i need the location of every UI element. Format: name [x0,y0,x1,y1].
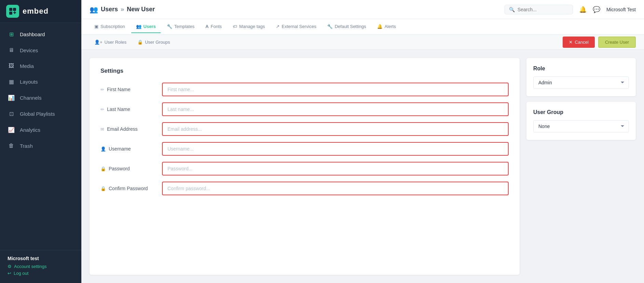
sub-nav: ▣ Subscription 👥 Users 🔧 Templates A Fon… [81,19,644,35]
svg-rect-2 [9,12,12,15]
confirm-password-row: 🔒 Confirm Password [100,182,509,195]
breadcrumb-separator: » [121,6,124,13]
header-right: 🔍 🔔 💬 Microsoft Test [505,5,636,14]
breadcrumb: 👥 Users » New User [90,5,155,14]
account-settings-link[interactable]: ⚙ Account settings [8,264,74,269]
alerts-icon: 🔔 [377,24,383,29]
role-panel: Role Admin Editor Viewer [526,58,636,96]
sidebar-item-label: Channels [20,95,41,101]
password-input[interactable] [162,162,509,175]
role-panel-title: Role [533,66,629,72]
logo-icon [6,5,19,18]
logo-text: embed [23,7,49,16]
main-content: 👥 Users » New User 🔍 🔔 💬 Microsoft Test … [81,0,644,283]
side-panel: Role Admin Editor Viewer User Group None… [526,58,636,275]
first-name-row: ✏ First Name [100,83,509,96]
search-box[interactable]: 🔍 [505,5,573,14]
form-section-title: Settings [100,68,509,74]
sidebar-nav: ⊞ Dashboard 🖥 Devices 🖼 Media ▦ Layouts … [0,23,81,250]
logout-link[interactable]: ↩ Log out [8,271,74,276]
breadcrumb-parent: Users [101,6,118,13]
tab-subscription[interactable]: ▣ Subscription [90,20,130,33]
nav-user-roles[interactable]: 👤+ User Roles [90,37,131,47]
breadcrumb-icon: 👥 [90,5,98,14]
media-icon: 🖼 [8,63,15,69]
password-row: 🔒 Password [100,162,509,175]
sidebar: embed ⊞ Dashboard 🖥 Devices 🖼 Media ▦ La… [0,0,81,283]
breadcrumb-current: New User [127,6,155,13]
sidebar-item-label: Devices [20,47,38,53]
sidebar-item-label: Global Playlists [20,111,55,117]
lock-icon: 🔒 [100,166,106,171]
settings-icon: ⚙ [8,264,12,269]
header-username: Microsoft Test [606,7,636,12]
sidebar-item-global-playlists[interactable]: ⊡ Global Playlists [0,106,81,122]
email-label: ✉ Email Address [100,126,162,132]
search-icon: 🔍 [509,7,515,12]
email-row: ✉ Email Address [100,122,509,136]
first-name-label: ✏ First Name [100,87,162,92]
cancel-icon: ✕ [569,40,573,45]
tags-icon: 🏷 [233,24,237,29]
username-row: 👤 Username [100,142,509,156]
page-content: Settings ✏ First Name ✏ Last Name ✉ Ema [81,50,644,283]
sidebar-item-layouts[interactable]: ▦ Layouts [0,74,81,90]
sidebar-item-label: Dashboard [20,31,45,37]
role-select[interactable]: Admin Editor Viewer [533,76,629,89]
tab-templates[interactable]: 🔧 Templates [162,20,199,33]
group-panel-title: User Group [533,109,629,115]
user-groups-icon: 🔒 [137,40,143,45]
user-roles-icon: 👤+ [94,40,103,45]
last-name-input[interactable] [162,102,509,116]
dashboard-icon: ⊞ [8,31,15,38]
tab-external-services[interactable]: ↗ External Services [271,20,321,33]
logout-icon: ↩ [8,271,11,276]
confirm-password-input[interactable] [162,182,509,195]
sidebar-item-media[interactable]: 🖼 Media [0,58,81,74]
secondary-nav-left: 👤+ User Roles 🔒 User Groups [90,37,175,47]
trash-icon: 🗑 [8,143,15,149]
pencil-icon: ✏ [100,87,104,92]
tab-fonts[interactable]: A Fonts [201,20,227,33]
password-label: 🔒 Password [100,166,162,171]
subscription-icon: ▣ [94,24,98,29]
chat-icon[interactable]: 💬 [593,6,600,13]
sidebar-item-label: Layouts [20,79,38,85]
tab-manage-tags[interactable]: 🏷 Manage tags [228,20,270,33]
confirm-password-label: 🔒 Confirm Password [100,186,162,191]
cancel-button[interactable]: ✕ Cancel [563,37,594,48]
channels-icon: 📊 [8,95,15,101]
sidebar-logo: embed [0,0,81,23]
group-panel: User Group None Group A Group B [526,102,636,140]
sidebar-item-analytics[interactable]: 📈 Analytics [0,122,81,138]
notification-icon[interactable]: 🔔 [579,6,587,13]
svg-rect-1 [13,8,16,11]
user-group-select[interactable]: None Group A Group B [533,120,629,132]
username-label: 👤 Username [100,146,162,152]
sidebar-bottom: Microsoft test ⚙ Account settings ↩ Log … [0,250,81,283]
form-panel: Settings ✏ First Name ✏ Last Name ✉ Ema [90,58,520,275]
first-name-input[interactable] [162,83,509,96]
tab-users[interactable]: 👥 Users [131,20,161,33]
nav-user-groups[interactable]: 🔒 User Groups [133,37,175,47]
secondary-nav: 👤+ User Roles 🔒 User Groups ✕ Cancel Cre… [81,35,644,50]
tab-default-settings[interactable]: 🔧 Default Settings [322,20,371,33]
playlists-icon: ⊡ [8,111,15,117]
email-input[interactable] [162,122,509,136]
pencil-icon-2: ✏ [100,107,104,112]
search-input[interactable] [518,7,568,12]
user-icon: 👤 [100,146,106,152]
email-icon: ✉ [100,127,104,132]
sidebar-item-channels[interactable]: 📊 Channels [0,90,81,106]
create-user-button[interactable]: Create User [598,37,636,48]
sidebar-item-dashboard[interactable]: ⊞ Dashboard [0,26,81,42]
sidebar-item-trash[interactable]: 🗑 Trash [0,138,81,154]
tab-alerts[interactable]: 🔔 Alerts [372,20,401,33]
top-header: 👥 Users » New User 🔍 🔔 💬 Microsoft Test [81,0,644,19]
last-name-row: ✏ Last Name [100,102,509,116]
sidebar-item-devices[interactable]: 🖥 Devices [0,42,81,58]
fonts-icon: A [205,24,209,29]
analytics-icon: 📈 [8,127,15,133]
username-input[interactable] [162,142,509,156]
sidebar-item-label: Media [20,63,34,69]
